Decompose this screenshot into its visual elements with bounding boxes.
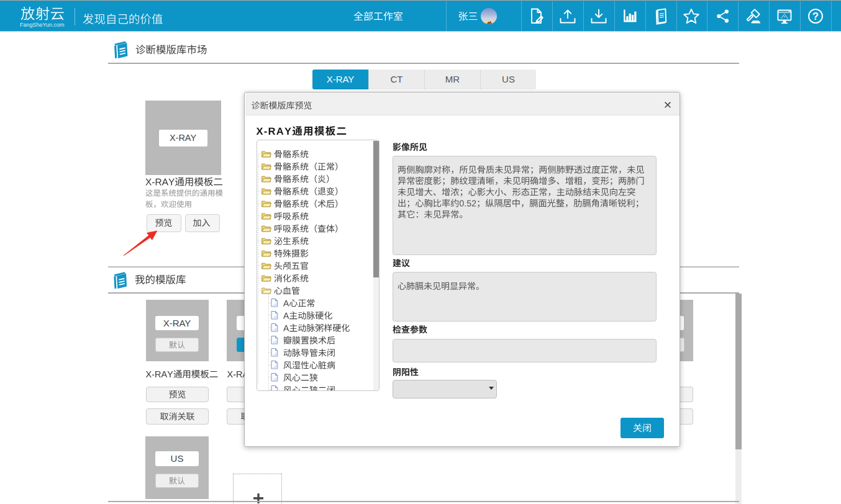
svg-text:?: ?	[812, 11, 819, 22]
